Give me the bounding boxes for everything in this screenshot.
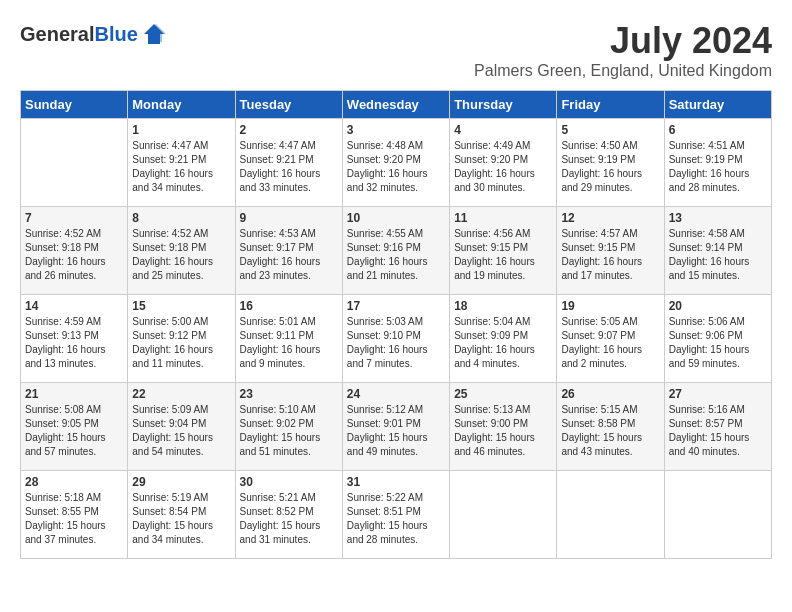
day-info: Sunrise: 5:08 AM Sunset: 9:05 PM Dayligh… [25, 403, 123, 459]
calendar-week-row: 1Sunrise: 4:47 AM Sunset: 9:21 PM Daylig… [21, 119, 772, 207]
title-area: July 2024 Palmers Green, England, United… [474, 20, 772, 80]
calendar-header-tuesday: Tuesday [235, 91, 342, 119]
calendar-cell: 13Sunrise: 4:58 AM Sunset: 9:14 PM Dayli… [664, 207, 771, 295]
calendar-header-wednesday: Wednesday [342, 91, 449, 119]
calendar-week-row: 14Sunrise: 4:59 AM Sunset: 9:13 PM Dayli… [21, 295, 772, 383]
day-info: Sunrise: 5:13 AM Sunset: 9:00 PM Dayligh… [454, 403, 552, 459]
day-number: 30 [240, 475, 338, 489]
calendar-cell: 15Sunrise: 5:00 AM Sunset: 9:12 PM Dayli… [128, 295, 235, 383]
day-info: Sunrise: 4:52 AM Sunset: 9:18 PM Dayligh… [25, 227, 123, 283]
day-info: Sunrise: 4:48 AM Sunset: 9:20 PM Dayligh… [347, 139, 445, 195]
day-number: 8 [132, 211, 230, 225]
day-info: Sunrise: 5:16 AM Sunset: 8:57 PM Dayligh… [669, 403, 767, 459]
day-info: Sunrise: 4:50 AM Sunset: 9:19 PM Dayligh… [561, 139, 659, 195]
day-info: Sunrise: 5:10 AM Sunset: 9:02 PM Dayligh… [240, 403, 338, 459]
day-number: 20 [669, 299, 767, 313]
day-number: 27 [669, 387, 767, 401]
day-number: 31 [347, 475, 445, 489]
calendar-week-row: 21Sunrise: 5:08 AM Sunset: 9:05 PM Dayli… [21, 383, 772, 471]
day-number: 28 [25, 475, 123, 489]
day-number: 19 [561, 299, 659, 313]
day-number: 15 [132, 299, 230, 313]
day-number: 25 [454, 387, 552, 401]
calendar-header-friday: Friday [557, 91, 664, 119]
calendar-cell: 24Sunrise: 5:12 AM Sunset: 9:01 PM Dayli… [342, 383, 449, 471]
day-info: Sunrise: 4:47 AM Sunset: 9:21 PM Dayligh… [240, 139, 338, 195]
calendar-cell [450, 471, 557, 559]
calendar-cell: 26Sunrise: 5:15 AM Sunset: 8:58 PM Dayli… [557, 383, 664, 471]
day-info: Sunrise: 5:09 AM Sunset: 9:04 PM Dayligh… [132, 403, 230, 459]
calendar-cell [557, 471, 664, 559]
day-info: Sunrise: 4:55 AM Sunset: 9:16 PM Dayligh… [347, 227, 445, 283]
day-number: 18 [454, 299, 552, 313]
calendar-cell: 2Sunrise: 4:47 AM Sunset: 9:21 PM Daylig… [235, 119, 342, 207]
day-info: Sunrise: 5:21 AM Sunset: 8:52 PM Dayligh… [240, 491, 338, 547]
calendar-header-row: SundayMondayTuesdayWednesdayThursdayFrid… [21, 91, 772, 119]
calendar-cell: 16Sunrise: 5:01 AM Sunset: 9:11 PM Dayli… [235, 295, 342, 383]
day-number: 17 [347, 299, 445, 313]
day-info: Sunrise: 5:15 AM Sunset: 8:58 PM Dayligh… [561, 403, 659, 459]
day-number: 6 [669, 123, 767, 137]
day-info: Sunrise: 5:01 AM Sunset: 9:11 PM Dayligh… [240, 315, 338, 371]
logo: GeneralBlue [20, 20, 168, 48]
calendar-cell: 23Sunrise: 5:10 AM Sunset: 9:02 PM Dayli… [235, 383, 342, 471]
location: Palmers Green, England, United Kingdom [474, 62, 772, 80]
day-info: Sunrise: 5:05 AM Sunset: 9:07 PM Dayligh… [561, 315, 659, 371]
calendar-cell: 14Sunrise: 4:59 AM Sunset: 9:13 PM Dayli… [21, 295, 128, 383]
day-info: Sunrise: 4:57 AM Sunset: 9:15 PM Dayligh… [561, 227, 659, 283]
calendar-cell: 25Sunrise: 5:13 AM Sunset: 9:00 PM Dayli… [450, 383, 557, 471]
calendar-cell: 19Sunrise: 5:05 AM Sunset: 9:07 PM Dayli… [557, 295, 664, 383]
calendar-week-row: 7Sunrise: 4:52 AM Sunset: 9:18 PM Daylig… [21, 207, 772, 295]
day-number: 22 [132, 387, 230, 401]
calendar-cell [21, 119, 128, 207]
day-number: 7 [25, 211, 123, 225]
day-info: Sunrise: 4:49 AM Sunset: 9:20 PM Dayligh… [454, 139, 552, 195]
day-number: 4 [454, 123, 552, 137]
calendar-cell: 3Sunrise: 4:48 AM Sunset: 9:20 PM Daylig… [342, 119, 449, 207]
day-info: Sunrise: 4:51 AM Sunset: 9:19 PM Dayligh… [669, 139, 767, 195]
calendar-cell: 11Sunrise: 4:56 AM Sunset: 9:15 PM Dayli… [450, 207, 557, 295]
day-number: 5 [561, 123, 659, 137]
month-year: July 2024 [474, 20, 772, 62]
day-number: 12 [561, 211, 659, 225]
calendar-cell: 1Sunrise: 4:47 AM Sunset: 9:21 PM Daylig… [128, 119, 235, 207]
day-number: 26 [561, 387, 659, 401]
day-info: Sunrise: 4:47 AM Sunset: 9:21 PM Dayligh… [132, 139, 230, 195]
header: GeneralBlue July 2024 Palmers Green, Eng… [20, 20, 772, 80]
day-number: 21 [25, 387, 123, 401]
day-info: Sunrise: 5:12 AM Sunset: 9:01 PM Dayligh… [347, 403, 445, 459]
logo-general: GeneralBlue [20, 21, 138, 47]
day-info: Sunrise: 5:04 AM Sunset: 9:09 PM Dayligh… [454, 315, 552, 371]
day-number: 11 [454, 211, 552, 225]
calendar-cell: 6Sunrise: 4:51 AM Sunset: 9:19 PM Daylig… [664, 119, 771, 207]
calendar-cell: 22Sunrise: 5:09 AM Sunset: 9:04 PM Dayli… [128, 383, 235, 471]
calendar-cell: 29Sunrise: 5:19 AM Sunset: 8:54 PM Dayli… [128, 471, 235, 559]
day-info: Sunrise: 5:06 AM Sunset: 9:06 PM Dayligh… [669, 315, 767, 371]
calendar-cell: 18Sunrise: 5:04 AM Sunset: 9:09 PM Dayli… [450, 295, 557, 383]
calendar-cell: 12Sunrise: 4:57 AM Sunset: 9:15 PM Dayli… [557, 207, 664, 295]
day-info: Sunrise: 5:00 AM Sunset: 9:12 PM Dayligh… [132, 315, 230, 371]
calendar-cell: 8Sunrise: 4:52 AM Sunset: 9:18 PM Daylig… [128, 207, 235, 295]
day-number: 3 [347, 123, 445, 137]
day-number: 10 [347, 211, 445, 225]
day-number: 16 [240, 299, 338, 313]
day-info: Sunrise: 4:53 AM Sunset: 9:17 PM Dayligh… [240, 227, 338, 283]
calendar-table: SundayMondayTuesdayWednesdayThursdayFrid… [20, 90, 772, 559]
day-number: 23 [240, 387, 338, 401]
logo-icon [140, 20, 168, 48]
day-number: 2 [240, 123, 338, 137]
calendar-cell: 17Sunrise: 5:03 AM Sunset: 9:10 PM Dayli… [342, 295, 449, 383]
calendar-cell: 5Sunrise: 4:50 AM Sunset: 9:19 PM Daylig… [557, 119, 664, 207]
calendar-cell: 31Sunrise: 5:22 AM Sunset: 8:51 PM Dayli… [342, 471, 449, 559]
day-info: Sunrise: 4:59 AM Sunset: 9:13 PM Dayligh… [25, 315, 123, 371]
day-info: Sunrise: 4:52 AM Sunset: 9:18 PM Dayligh… [132, 227, 230, 283]
day-number: 14 [25, 299, 123, 313]
calendar-cell: 28Sunrise: 5:18 AM Sunset: 8:55 PM Dayli… [21, 471, 128, 559]
calendar-cell: 30Sunrise: 5:21 AM Sunset: 8:52 PM Dayli… [235, 471, 342, 559]
day-number: 24 [347, 387, 445, 401]
day-info: Sunrise: 5:19 AM Sunset: 8:54 PM Dayligh… [132, 491, 230, 547]
calendar-cell: 7Sunrise: 4:52 AM Sunset: 9:18 PM Daylig… [21, 207, 128, 295]
calendar-cell: 4Sunrise: 4:49 AM Sunset: 9:20 PM Daylig… [450, 119, 557, 207]
calendar-header-sunday: Sunday [21, 91, 128, 119]
calendar-header-saturday: Saturday [664, 91, 771, 119]
